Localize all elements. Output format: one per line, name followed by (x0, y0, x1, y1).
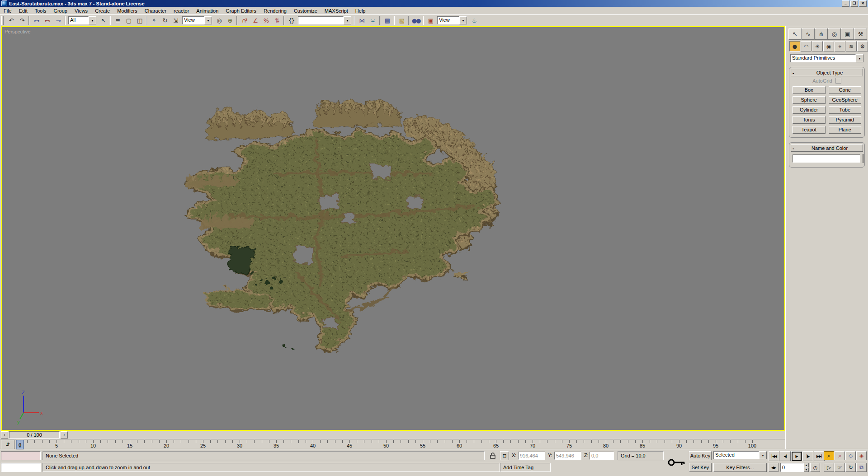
zoom-extents-all-button[interactable]: ◈ (856, 451, 867, 460)
subcat-helpers-icon[interactable]: ⌖ (835, 41, 845, 51)
edit-named-selection-sets-icon[interactable]: {} (286, 15, 297, 25)
absolute-offset-mode-button[interactable]: ⊡ (500, 451, 509, 460)
arc-rotate-button[interactable]: ↻ (845, 463, 856, 472)
menu-modifiers[interactable]: Modifiers (113, 8, 141, 14)
tab-utilities[interactable]: ⚒ (854, 28, 867, 40)
select-and-manipulate-icon[interactable]: ⊕ (224, 15, 235, 25)
pyramid-button[interactable]: Pyramid (829, 116, 862, 124)
spinner-snap-toggle-icon[interactable]: ⇅ (271, 15, 282, 25)
key-mode-dropdown[interactable]: Selected ▼ (713, 451, 767, 459)
collapse-icon[interactable]: - (793, 145, 798, 151)
percent-snap-toggle-icon[interactable]: % (260, 15, 271, 25)
tab-create[interactable]: ↖ (788, 28, 802, 40)
snaps-toggle-icon[interactable]: ∩³ (239, 15, 250, 25)
geosphere-button[interactable]: GeoSphere (829, 96, 862, 104)
toolbar-drag-handle[interactable] (1, 16, 4, 25)
viewport-label[interactable]: Perspective (5, 29, 30, 34)
render-scene-dialog-icon[interactable]: ▣ (425, 15, 436, 25)
time-slider[interactable]: 0 (16, 440, 24, 449)
menu-maxscript[interactable]: MAXScript (321, 8, 352, 14)
curve-editor-icon[interactable]: ▧ (396, 15, 407, 25)
zoom-button[interactable]: ⌕ (824, 451, 834, 460)
collapse-icon[interactable]: - (793, 70, 798, 75)
chevron-down-icon[interactable]: ▼ (759, 451, 767, 459)
open-mini-curve-editor-button[interactable]: ⇵ (1, 440, 14, 449)
perspective-viewport[interactable]: Perspective (1, 26, 785, 431)
subcat-cameras-icon[interactable]: ◉ (823, 41, 834, 51)
macro-recorder-listener[interactable] (1, 451, 41, 460)
material-editor-icon[interactable]: ●● (410, 15, 421, 25)
select-and-move-icon[interactable]: ⌖ (148, 15, 159, 25)
time-ruler[interactable]: 0 05101520253035404550556065707580859095… (16, 439, 784, 449)
play-animation-button[interactable]: ▶ (791, 451, 802, 461)
previous-frame-button[interactable]: ◀| (780, 451, 791, 461)
close-button[interactable]: ✕ (859, 0, 867, 7)
tab-display[interactable]: ▣ (841, 28, 854, 40)
menu-rendering[interactable]: Rendering (260, 8, 290, 14)
tab-hierarchy[interactable]: ⋔ (815, 28, 828, 40)
select-by-name-icon[interactable]: ≡ (112, 15, 123, 25)
add-time-tag[interactable]: Add Time Tag (500, 463, 551, 472)
select-and-link-icon[interactable]: ⊶ (31, 15, 42, 25)
subcat-geometry-icon[interactable]: ● (789, 41, 800, 51)
chevron-down-icon[interactable]: ▼ (459, 16, 467, 24)
z-coord-field[interactable] (590, 452, 614, 460)
auto-key-button[interactable]: Auto Key (689, 451, 712, 460)
plane-button[interactable]: Plane (829, 126, 862, 134)
subcat-systems-icon[interactable]: ⚙ (857, 41, 868, 51)
redo-icon[interactable]: ↷ (16, 15, 27, 25)
set-key-mode-key-icon[interactable] (667, 457, 686, 468)
sphere-button[interactable]: Sphere (793, 96, 826, 104)
minimize-button[interactable]: _ (842, 0, 849, 7)
field-of-view-button[interactable]: ▷ (824, 463, 834, 472)
menu-graph-editors[interactable]: Graph Editors (222, 8, 260, 14)
spinner-down-icon[interactable]: ▼ (804, 467, 809, 472)
cylinder-button[interactable]: Cylinder (793, 106, 826, 114)
tab-modify[interactable]: ∿ (802, 28, 815, 40)
rectangular-selection-region-icon[interactable]: ▢ (123, 15, 134, 25)
subcat-space-warps-icon[interactable]: ≋ (846, 41, 857, 51)
next-frame-button[interactable]: |▶ (802, 451, 813, 461)
zoom-all-button[interactable]: ⌕ (835, 451, 845, 460)
subcat-lights-icon[interactable]: ☀ (812, 41, 823, 51)
go-to-start-button[interactable]: |◀◀ (769, 451, 779, 461)
menu-character[interactable]: Character (141, 8, 170, 14)
menu-animation[interactable]: Animation (193, 8, 222, 14)
object-type-rollout-header[interactable]: - Object Type (791, 69, 863, 76)
object-color-swatch[interactable] (863, 154, 863, 163)
y-coord-field[interactable] (554, 452, 581, 460)
object-name-input[interactable] (793, 154, 860, 163)
mirror-icon[interactable]: ⋈ (356, 15, 367, 25)
tab-motion[interactable]: ◎ (828, 28, 841, 40)
time-configuration-button[interactable]: ◷ (810, 463, 820, 472)
align-icon[interactable]: ≍ (367, 15, 378, 25)
chevron-down-icon[interactable]: ▼ (856, 54, 863, 62)
cone-button[interactable]: Cone (829, 86, 862, 94)
angle-snap-toggle-icon[interactable]: ∠ (250, 15, 260, 25)
tube-button[interactable]: Tube (829, 106, 862, 114)
name-color-rollout-header[interactable]: - Name and Color (791, 144, 863, 152)
next-frame-arrow-button[interactable]: › (61, 431, 68, 439)
menu-file[interactable]: File (0, 8, 15, 14)
render-type-dropdown[interactable]: View▼ (437, 16, 467, 24)
pan-button[interactable]: ☞ (835, 463, 845, 472)
subcat-shapes-icon[interactable]: ◠ (801, 41, 811, 51)
window-crossing-icon[interactable]: ◫ (134, 15, 145, 25)
current-frame-field[interactable] (780, 463, 804, 472)
menu-views[interactable]: Views (71, 8, 91, 14)
menu-create[interactable]: Create (91, 8, 113, 14)
undo-icon[interactable]: ↶ (5, 15, 16, 25)
menu-edit[interactable]: Edit (15, 8, 31, 14)
spinner-up-icon[interactable]: ▲ (804, 463, 809, 467)
menu-tools[interactable]: Tools (31, 8, 50, 14)
min-max-toggle-button[interactable]: ⧉ (856, 463, 867, 472)
restore-button[interactable]: ❐ (850, 0, 858, 7)
key-mode-toggle-button[interactable]: ◀▶ (769, 463, 778, 472)
primitive-category-dropdown[interactable]: Standard Primitives ▼ (790, 54, 863, 62)
select-and-scale-icon[interactable]: ⇲ (170, 15, 181, 25)
named-selection-sets-dropdown[interactable]: ▼ (298, 16, 351, 24)
reference-coordinate-system-dropdown[interactable]: View▼ (182, 16, 212, 24)
selection-lock-icon[interactable] (489, 452, 496, 459)
torus-button[interactable]: Torus (793, 116, 826, 124)
menu-group[interactable]: Group (50, 8, 71, 14)
